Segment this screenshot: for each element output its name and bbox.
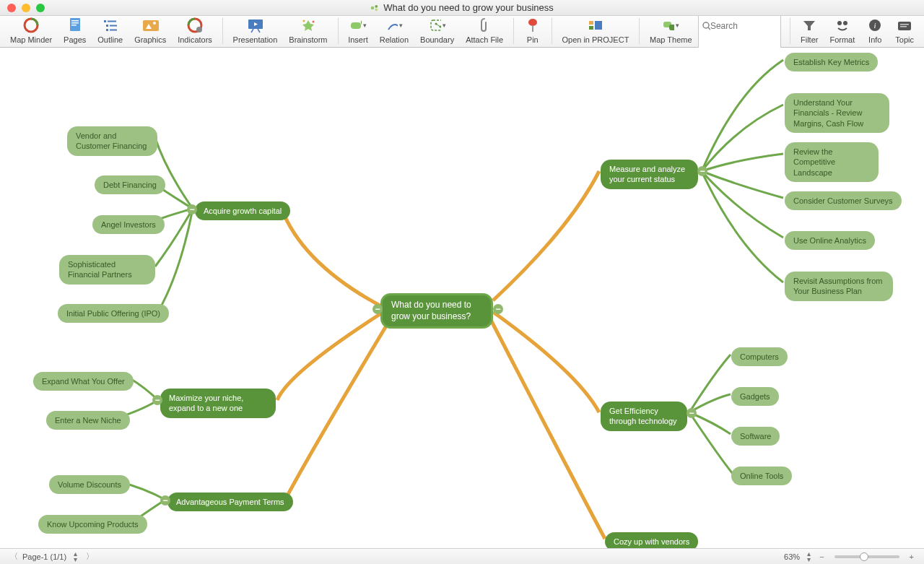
pages-button[interactable]: Pages xyxy=(58,15,92,45)
node-consider-surveys[interactable]: Consider Customer Surveys xyxy=(785,191,902,210)
open-in-project-button[interactable]: Open in PROJECT xyxy=(556,15,635,45)
svg-point-23 xyxy=(302,20,305,22)
node-gadgets[interactable]: Gadgets xyxy=(731,387,779,406)
node-advantageous-payment[interactable]: Advantageous Payment Terms xyxy=(167,493,293,511)
svg-point-32 xyxy=(528,19,537,26)
svg-point-40 xyxy=(703,22,709,28)
svg-rect-12 xyxy=(106,29,108,31)
relation-button[interactable]: ▾ Relation xyxy=(374,15,414,45)
node-computers[interactable]: Computers xyxy=(731,347,788,366)
presentation-button[interactable]: Presentation xyxy=(227,15,284,45)
svg-rect-7 xyxy=(71,25,77,26)
node-angel-investors[interactable]: Angel Investors xyxy=(92,215,165,234)
node-expand-what-you-offer[interactable]: Expand What You Offer xyxy=(33,372,134,391)
collapse-toggle-left[interactable]: − xyxy=(372,304,383,314)
document-icon xyxy=(370,4,379,12)
svg-rect-6 xyxy=(71,22,79,24)
svg-rect-36 xyxy=(595,21,602,30)
toolbar-divider xyxy=(639,18,640,44)
pin-button[interactable]: Pin xyxy=(518,15,547,45)
brainstorm-icon xyxy=(300,17,317,34)
root-node[interactable]: What do you need to grow your business? xyxy=(380,293,493,329)
svg-rect-9 xyxy=(108,21,116,22)
node-software[interactable]: Software xyxy=(731,427,780,446)
zoom-level: 63% xyxy=(784,552,800,561)
node-measure-analyze[interactable]: Measure and analyze your current status xyxy=(601,160,698,189)
node-ipo[interactable]: Initial Public Offering (IPO) xyxy=(58,304,169,323)
node-vendor-customer-financing[interactable]: Vendor and Customer Financing xyxy=(67,126,157,156)
filter-button[interactable]: Filter xyxy=(795,15,824,45)
node-volume-discounts[interactable]: Volume Discounts xyxy=(49,475,130,494)
collapse-toggle-right[interactable]: − xyxy=(493,304,503,314)
svg-point-24 xyxy=(312,21,314,23)
node-use-online-analytics[interactable]: Use Online Analytics xyxy=(785,231,875,250)
window-title: What do you need to grow your business xyxy=(0,2,924,13)
open-in-project-icon xyxy=(587,17,604,34)
zoom-in-button[interactable]: + xyxy=(905,552,918,561)
node-maximize-niche[interactable]: Maximize your niche, expand to a new one xyxy=(160,389,276,418)
node-sophisticated-partners[interactable]: Sophisticated Financial Partners xyxy=(59,255,155,285)
boundary-button[interactable]: ▾ Boundary xyxy=(414,15,460,45)
node-efficiency-technology[interactable]: Get Efficiency through technology xyxy=(601,402,687,431)
attach-file-button[interactable]: Attach File xyxy=(460,15,509,45)
page-indicator: Page-1 (1/1) xyxy=(22,552,66,561)
node-enter-new-niche[interactable]: Enter a New Niche xyxy=(46,411,130,430)
node-debt-financing[interactable]: Debt Financing xyxy=(95,175,165,194)
node-acquire-growth-capital[interactable]: Acquire growth capital xyxy=(195,201,290,220)
zoom-slider-thumb[interactable] xyxy=(860,552,868,561)
svg-point-43 xyxy=(837,21,842,25)
toolbar: Map Minder Pages Outline Graphics Indica… xyxy=(0,16,924,48)
format-icon xyxy=(834,17,851,34)
statusbar: 〈 Page-1 (1/1) ▴▾ 〉 63% ▴▾ − + xyxy=(0,548,924,564)
prev-page-button[interactable]: 〈 xyxy=(6,551,22,562)
node-cozy-up-vendors[interactable]: Cozy up with vendors xyxy=(605,532,698,548)
node-know-upcoming-products[interactable]: Know Upcoming Products xyxy=(38,515,147,534)
svg-marker-42 xyxy=(803,21,815,30)
search-icon xyxy=(702,21,710,31)
topic-icon xyxy=(896,17,913,34)
collapse-toggle[interactable]: − xyxy=(187,204,197,214)
outline-button[interactable]: Outline xyxy=(92,15,128,45)
insert-button[interactable]: +▾ Insert xyxy=(342,15,374,45)
toolbar-divider xyxy=(338,18,339,44)
node-online-tools[interactable]: Online Tools xyxy=(731,467,792,485)
node-establish-key-metrics[interactable]: Establish Key Metrics xyxy=(785,53,878,71)
map-minder-button[interactable]: Map Minder xyxy=(4,15,58,45)
svg-rect-14 xyxy=(143,20,159,31)
search-field[interactable] xyxy=(710,21,777,31)
mindmap-canvas[interactable]: What do you need to grow your business? … xyxy=(0,48,924,548)
node-revisit-assumptions[interactable]: Revisit Assumptions from Your Business P… xyxy=(785,272,893,301)
map-theme-button[interactable]: ▾ Map Theme xyxy=(644,15,698,45)
topic-button[interactable]: Topic xyxy=(889,15,920,45)
indicators-button[interactable]: Indicators xyxy=(172,15,218,45)
relation-icon: ▾ xyxy=(385,17,403,34)
graphics-button[interactable]: Graphics xyxy=(128,15,172,45)
svg-point-16 xyxy=(153,22,156,25)
node-understand-financials[interactable]: Understand Your Financials - Review Marg… xyxy=(785,93,889,133)
zoom-slider[interactable] xyxy=(834,555,899,558)
brainstorm-button[interactable]: Brainstorm xyxy=(283,15,333,45)
info-icon: i xyxy=(866,17,884,34)
node-review-competitive[interactable]: Review the Competitive Landscape xyxy=(785,142,879,182)
svg-point-18 xyxy=(196,27,202,32)
format-button[interactable]: Format xyxy=(824,15,860,45)
pin-icon xyxy=(524,17,541,34)
zoom-stepper[interactable]: ▴▾ xyxy=(803,551,815,563)
svg-rect-49 xyxy=(900,26,907,27)
collapse-toggle[interactable]: − xyxy=(697,166,707,176)
svg-rect-34 xyxy=(589,21,593,25)
collapse-toggle[interactable]: − xyxy=(152,395,162,405)
collapse-toggle[interactable]: − xyxy=(160,495,170,506)
info-button[interactable]: i Info xyxy=(860,15,889,45)
page-stepper[interactable]: ▴▾ xyxy=(69,551,82,563)
svg-rect-11 xyxy=(110,25,117,27)
collapse-toggle[interactable]: − xyxy=(687,408,697,418)
svg-line-20 xyxy=(251,29,253,32)
pages-icon xyxy=(66,17,84,34)
map-theme-icon: ▾ xyxy=(662,17,679,34)
svg-text:i: i xyxy=(874,21,876,30)
next-page-button[interactable]: 〉 xyxy=(82,551,98,562)
boundary-icon: ▾ xyxy=(429,17,446,34)
zoom-out-button[interactable]: − xyxy=(815,552,828,561)
toolbar-divider xyxy=(552,18,552,44)
